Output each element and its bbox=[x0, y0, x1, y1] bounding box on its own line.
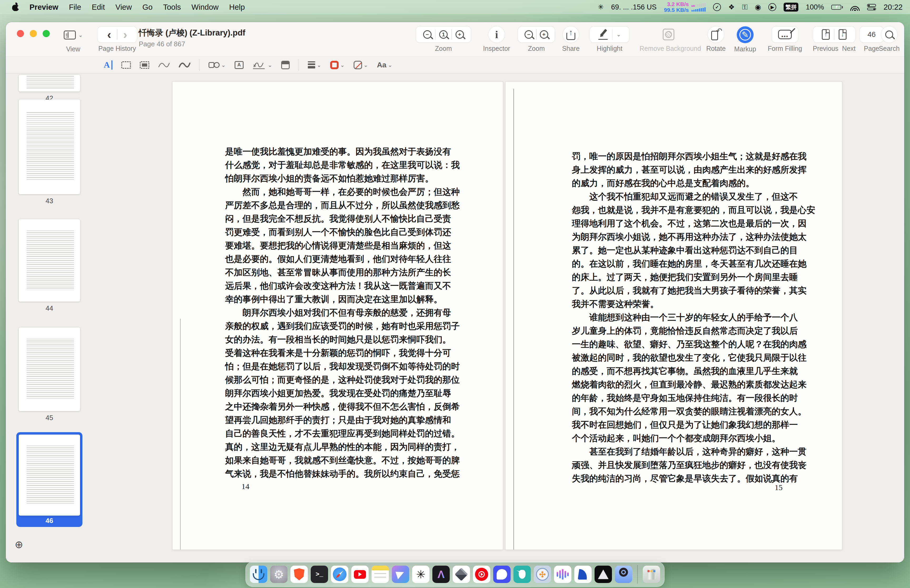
pdf-text-line: 甚至在我到了结婚年龄以后，这种奇异的癖好，这种一贯 bbox=[572, 445, 795, 459]
openai-status-icon[interactable]: ✳ bbox=[598, 3, 604, 11]
border-color-tool[interactable]: ⌄ bbox=[330, 59, 345, 71]
dock-chatgpt-icon[interactable]: ✳ bbox=[412, 565, 430, 583]
dock-fan-compass-icon[interactable]: ✣ bbox=[534, 565, 551, 583]
shapes-tool[interactable]: ⌄ bbox=[209, 59, 226, 71]
checkmark-circle-icon[interactable]: ✓ bbox=[713, 3, 721, 11]
dock-notes-icon[interactable] bbox=[372, 565, 389, 583]
search-icon bbox=[885, 31, 893, 39]
dock-camera-lens-icon[interactable] bbox=[615, 565, 632, 583]
close-window-button[interactable] bbox=[17, 30, 24, 37]
menu-file[interactable]: File bbox=[69, 3, 81, 11]
dock-arc-browser-icon[interactable]: Λ bbox=[432, 565, 450, 583]
note-tool[interactable] bbox=[281, 59, 289, 71]
menu-edit[interactable]: Edit bbox=[92, 3, 105, 11]
dock-finder-icon[interactable] bbox=[250, 565, 267, 583]
pdf-page-right[interactable]: 罚，唯一的原因是怕招朗拜尔西埃小姐生气；这就是好感在我身上发挥的威力，甚至可以说… bbox=[506, 82, 842, 549]
fill-color-tool[interactable]: ⌄ bbox=[354, 59, 368, 71]
ip-location-text[interactable]: 69. ... .156 US bbox=[611, 3, 657, 11]
back-button[interactable]: ‹ bbox=[101, 29, 117, 40]
dock-telegram-icon[interactable] bbox=[392, 565, 409, 583]
menu-tools[interactable]: Tools bbox=[163, 3, 181, 11]
control-center-icon[interactable] bbox=[867, 4, 876, 10]
view-sidebar-button[interactable]: ⌄ View bbox=[57, 27, 89, 53]
dock-pearcleaner-icon[interactable] bbox=[514, 565, 531, 583]
input-method-badge[interactable]: 繁拼 bbox=[784, 3, 798, 11]
package-shield-icon[interactable]: ❖ bbox=[728, 3, 735, 11]
zoom-out-icon[interactable]: − bbox=[525, 30, 533, 39]
minimize-window-button[interactable] bbox=[30, 30, 37, 37]
zoom-actual-size-icon[interactable]: 1 bbox=[439, 30, 448, 39]
search-button[interactable]: Search bbox=[870, 26, 904, 52]
thumbnail-page-46[interactable]: 46 bbox=[16, 432, 82, 527]
form-filling-icon: ••• bbox=[778, 30, 792, 39]
sign-tool[interactable]: ⌄ bbox=[252, 59, 272, 71]
text-box-tool[interactable]: A bbox=[234, 59, 244, 71]
zoom-in-icon[interactable]: + bbox=[456, 30, 464, 39]
menu-bar-clock[interactable]: 20:22 bbox=[883, 3, 903, 11]
window-subtitle: Page 46 of 867 bbox=[139, 40, 246, 48]
thumbnail-image bbox=[19, 328, 80, 411]
dock-trash-icon[interactable] bbox=[643, 565, 660, 583]
wifi-icon[interactable] bbox=[850, 4, 860, 11]
add-page-button[interactable]: ⊕ bbox=[15, 539, 23, 550]
form-filling-button[interactable]: ••• Form Filling bbox=[763, 26, 807, 52]
menu-view[interactable]: View bbox=[115, 3, 132, 11]
dock-youtube-icon[interactable] bbox=[351, 565, 369, 583]
thumbnail-page-45[interactable]: 45 bbox=[19, 328, 80, 422]
draw-tool[interactable] bbox=[179, 59, 191, 71]
play-circle-icon[interactable]: ▶ bbox=[768, 3, 776, 11]
dock-wireshark-icon[interactable] bbox=[574, 565, 592, 583]
battery-icon[interactable] bbox=[831, 5, 843, 10]
thumbnail-page-44[interactable]: 44 bbox=[19, 219, 80, 312]
dock-prism-icon[interactable] bbox=[595, 565, 612, 583]
dock-brave-browser-icon[interactable] bbox=[291, 565, 308, 583]
dock-safari-icon[interactable] bbox=[331, 565, 348, 583]
pdf-text-line: 的。在这以前，我们睡在她的房里，冬天甚至有几次还睡在她 bbox=[572, 257, 795, 271]
dock-signal-icon[interactable] bbox=[493, 565, 511, 583]
dock-youtube-music-icon[interactable] bbox=[473, 565, 490, 583]
markup-button[interactable]: ✎ Markup bbox=[726, 26, 765, 53]
line-weight-tool[interactable]: ⌄ bbox=[308, 59, 321, 71]
pdf-page-left[interactable]: 是唯一使我比羞愧更加难受的事。因为我虽然对于表扬没有什么感觉，对于羞耻却总是非常… bbox=[173, 82, 503, 549]
zoom-in-icon[interactable]: + bbox=[540, 30, 548, 39]
network-speed-widget[interactable]: 3.2 KB/s 99.5 KB/s bbox=[664, 1, 706, 13]
pdf-text-line: 自己的善良天性，才不去重犯理应再受到她同样处罚的过错。 bbox=[225, 427, 448, 440]
scan-spine-line bbox=[514, 89, 514, 549]
pdf-text-line: 身上发挥的威力，甚至可以说，由肉感产生出来的好感所发挥 bbox=[572, 163, 795, 177]
dock-system-settings-icon[interactable]: ⚙ bbox=[270, 565, 288, 583]
pdf-text-line: 要难堪。要想把我的心情说得更清楚些是相当麻烦的，但这 bbox=[225, 239, 448, 252]
menu-window[interactable]: Window bbox=[191, 3, 218, 11]
highlight-button[interactable]: ⌄ Highlight bbox=[586, 26, 633, 52]
menu-go[interactable]: Go bbox=[142, 3, 153, 11]
zoom-window-button[interactable] bbox=[43, 30, 50, 37]
previous-page-icon[interactable]: ↑ bbox=[822, 29, 830, 40]
dock-music-bars-icon[interactable] bbox=[554, 565, 571, 583]
inspector-button[interactable]: i Inspector bbox=[477, 26, 516, 52]
keys-icon[interactable]: ⚿ bbox=[742, 3, 748, 11]
traffic-lights bbox=[17, 30, 50, 37]
zoom-out-icon[interactable]: − bbox=[423, 30, 432, 39]
download-speed: 99.5 KB/s bbox=[664, 7, 689, 13]
rectangular-selection-tool[interactable] bbox=[121, 59, 131, 71]
text-selection-tool[interactable]: A bbox=[104, 59, 112, 71]
thumbnail-page-label: 43 bbox=[19, 197, 80, 205]
dock-terminal-icon[interactable]: >_ bbox=[311, 565, 328, 583]
menu-preview[interactable]: Preview bbox=[29, 3, 58, 11]
thumbnail-page-42[interactable]: 42 bbox=[19, 75, 80, 102]
forward-button[interactable]: › bbox=[118, 29, 133, 40]
pdf-text-line: 之中还搀杂着另外一种快感，使得我不但不怎么害怕，反倒希 bbox=[225, 400, 448, 414]
text-style-tool[interactable]: Aa⌄ bbox=[377, 59, 392, 71]
share-button[interactable]: ↑ Share bbox=[551, 26, 591, 52]
airdrop-icon[interactable]: ◉ bbox=[755, 3, 761, 11]
redact-tool[interactable] bbox=[140, 59, 149, 71]
pdf-text-line: 岁儿童身上的体罚，竟能恰恰违反自然常态而决定了我以后 bbox=[572, 324, 795, 338]
dock-archive-box-icon[interactable] bbox=[453, 565, 470, 583]
upload-speed: 3.2 KB/s bbox=[664, 1, 689, 7]
thumbnail-page-43[interactable]: 43 bbox=[19, 100, 80, 205]
next-page-icon[interactable]: ↓ bbox=[839, 29, 847, 40]
apple-logo-icon[interactable] bbox=[12, 3, 19, 11]
sketch-tool[interactable] bbox=[158, 59, 170, 71]
chevron-down-icon[interactable]: ⌄ bbox=[616, 31, 621, 38]
menu-help[interactable]: Help bbox=[229, 3, 245, 11]
pdf-text-line: 不加区别地、甚至常冒昧从事而使用的那种方法所产生的长 bbox=[225, 266, 448, 279]
